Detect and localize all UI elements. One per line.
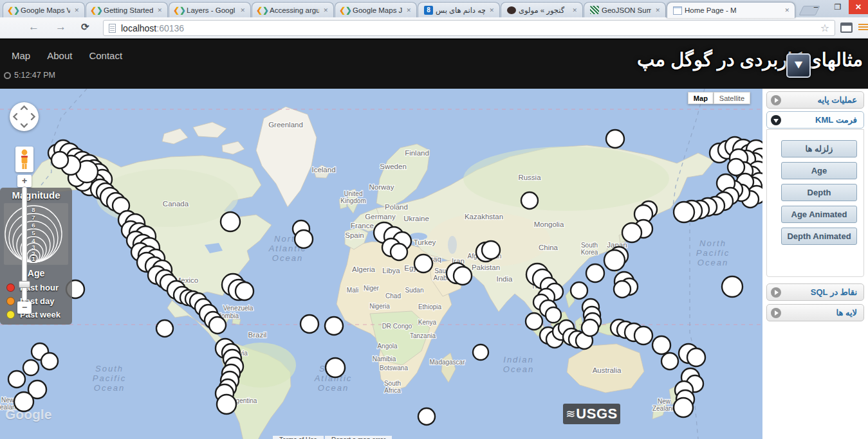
earthquake-marker[interactable] xyxy=(8,371,25,388)
earthquake-marker[interactable] xyxy=(326,358,345,377)
back-button[interactable]: ← xyxy=(28,21,39,33)
tab-close-icon[interactable]: ✕ xyxy=(654,6,661,15)
tab-close-icon[interactable]: ✕ xyxy=(156,6,163,15)
earthquake-marker[interactable] xyxy=(614,281,631,298)
accordion-header-1[interactable]: فرمت KML xyxy=(766,111,864,129)
earthquake-marker[interactable] xyxy=(521,192,538,209)
map-label: Germany xyxy=(365,213,396,220)
tab-close-icon[interactable]: ✕ xyxy=(571,6,578,15)
close-button[interactable]: ✕ xyxy=(849,0,868,14)
map-label: Sudan xyxy=(405,287,424,294)
earthquake-marker[interactable] xyxy=(722,276,743,297)
tab-close-icon[interactable]: ✕ xyxy=(405,6,412,15)
minimize-button[interactable]: – xyxy=(805,0,827,14)
map-label: Pakistan xyxy=(472,264,500,271)
browser-panel-icon[interactable] xyxy=(840,22,853,33)
earthquake-marker[interactable] xyxy=(634,327,652,345)
terms-of-use-link[interactable]: Terms of Use xyxy=(273,436,324,439)
map-label: SouthPacificOcean xyxy=(93,364,126,393)
accordion-header-2[interactable]: نقاط در SQL xyxy=(766,283,864,301)
restore-button[interactable]: ❐ xyxy=(827,0,849,14)
earthquake-marker[interactable] xyxy=(414,255,432,273)
earthquake-marker[interactable] xyxy=(454,267,472,285)
browser-tab-7[interactable]: GeoJSON Sum✕ xyxy=(584,2,666,17)
earthquake-marker[interactable] xyxy=(418,408,435,425)
browser-tab-1[interactable]: ❮❯Getting Started✕ xyxy=(86,2,168,17)
clock-icon xyxy=(4,72,11,79)
earthquake-marker[interactable] xyxy=(622,223,642,242)
bookmark-star-icon[interactable]: ☆ xyxy=(820,22,829,34)
age-dot-icon xyxy=(6,283,15,292)
tab-close-icon[interactable]: ✕ xyxy=(239,6,246,15)
earthquake-marker[interactable] xyxy=(295,230,313,248)
earthquake-marker[interactable] xyxy=(41,353,58,370)
forward-button[interactable]: → xyxy=(55,21,66,33)
earthquake-marker[interactable] xyxy=(235,282,254,300)
download-manager-icon[interactable]: ⯆ xyxy=(786,53,811,78)
earthquake-marker[interactable] xyxy=(687,348,705,366)
nav-menu-about[interactable]: About xyxy=(47,50,72,61)
chrome-menu-icon[interactable] xyxy=(858,24,868,31)
browser-tab-4[interactable]: ❮❯Google Maps J✕ xyxy=(335,2,417,17)
earthquake-marker[interactable] xyxy=(209,317,226,334)
earthquake-marker[interactable] xyxy=(606,130,624,148)
nav-menu-map[interactable]: Map xyxy=(12,50,30,61)
earthquake-marker[interactable] xyxy=(546,307,561,323)
tab-close-icon[interactable]: ✕ xyxy=(488,6,495,15)
pegman-streetview-control[interactable] xyxy=(15,147,33,172)
kml-button-1[interactable]: Age xyxy=(781,162,857,179)
earthquake-marker[interactable] xyxy=(582,319,598,336)
map-type-satellite-button[interactable]: Satellite xyxy=(714,92,750,104)
earthquake-marker[interactable] xyxy=(23,360,39,375)
earthquake-marker[interactable] xyxy=(728,159,744,175)
earthquake-marker[interactable] xyxy=(51,152,68,168)
earthquake-marker[interactable] xyxy=(661,353,678,370)
tab-favicon: ❮❯ xyxy=(92,6,101,15)
kml-button-3[interactable]: Age Animated xyxy=(781,206,857,223)
tab-close-icon[interactable]: ✕ xyxy=(322,6,329,15)
pan-control[interactable] xyxy=(10,102,39,131)
zoom-out-button[interactable]: − xyxy=(17,301,32,314)
browser-tab-6[interactable]: گنجور » مولوی✕ xyxy=(501,2,583,17)
earthquake-marker[interactable] xyxy=(473,345,488,360)
report-error-link[interactable]: Report a map error xyxy=(325,436,392,439)
earthquake-marker[interactable] xyxy=(217,395,236,414)
browser-tab-3[interactable]: ❮❯Accessing argu✕ xyxy=(252,2,334,17)
earthquake-marker[interactable] xyxy=(674,202,694,222)
browser-tab-8[interactable]: Home Page - M✕ xyxy=(667,2,795,18)
earthquake-legend: Magnitude 87654321 Age Past hourPast day… xyxy=(0,188,72,325)
earthquake-marker[interactable] xyxy=(586,264,604,282)
earthquake-marker[interactable] xyxy=(325,317,343,335)
earthquake-marker[interactable] xyxy=(482,241,500,259)
reload-button[interactable]: ⟳ xyxy=(81,21,89,33)
earthquake-marker[interactable] xyxy=(571,282,587,299)
kml-button-0[interactable]: زلزله ها xyxy=(781,140,857,157)
earthquake-marker[interactable] xyxy=(156,320,173,337)
earthquake-marker[interactable] xyxy=(652,336,670,354)
tab-close-icon[interactable]: ✕ xyxy=(73,6,80,15)
google-map[interactable]: GreenlandIcelandFinlandSwedenNorwayUnite… xyxy=(0,89,762,439)
earthquake-marker[interactable] xyxy=(300,315,319,333)
earthquake-marker[interactable] xyxy=(604,250,625,271)
tab-favicon: ❮❯ xyxy=(175,6,184,15)
kml-button-4[interactable]: Depth Animated xyxy=(781,228,857,245)
browser-tab-0[interactable]: ❮❯Google Maps V✕ xyxy=(3,2,85,17)
earthquake-marker[interactable] xyxy=(526,313,542,330)
accordion-header-3[interactable]: لایه ها xyxy=(766,304,864,321)
map-label: DR Congo xyxy=(382,323,412,330)
earthquake-marker[interactable] xyxy=(221,212,240,231)
earthquake-marker[interactable] xyxy=(674,398,693,417)
kml-button-2[interactable]: Depth xyxy=(781,184,857,201)
zoom-slider-handle[interactable] xyxy=(19,281,30,288)
kml-panel: زلزله هاAgeDepthAge AnimatedDepth Animat… xyxy=(766,129,864,277)
map-label: Kazakhstan xyxy=(465,213,503,220)
zoom-in-button[interactable]: + xyxy=(17,175,32,187)
earthquake-marker[interactable] xyxy=(391,244,407,260)
map-type-map-button[interactable]: Map xyxy=(688,92,714,104)
tab-close-icon[interactable]: ✕ xyxy=(783,6,791,15)
browser-tab-5[interactable]: 8چه دانم های بس✕ xyxy=(418,2,500,17)
nav-menu-contact[interactable]: Contact xyxy=(89,50,122,61)
browser-tab-2[interactable]: ❮❯Layers - Googl✕ xyxy=(169,2,251,17)
address-bar[interactable]: localhost :60136 ☆ xyxy=(103,20,835,36)
accordion-header-0[interactable]: عملیات پایه xyxy=(766,91,864,109)
